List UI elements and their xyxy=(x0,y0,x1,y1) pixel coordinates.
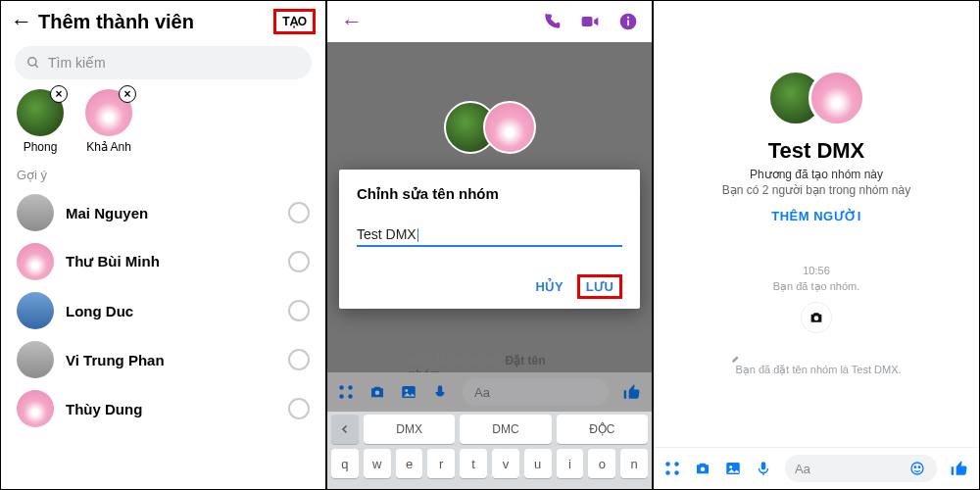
back-icon[interactable]: ← xyxy=(341,9,363,34)
svg-point-27 xyxy=(918,466,919,467)
back-icon[interactable]: ← xyxy=(11,9,32,34)
selected-members: × Phong × Khả Anh xyxy=(1,89,325,164)
emoji-icon[interactable] xyxy=(909,461,925,476)
apps-icon[interactable] xyxy=(337,383,355,401)
panel-rename-dialog: ← Chỉnh sửa tên nhóm Test DMX HỦY LƯU Bạ… xyxy=(326,0,653,490)
search-icon xyxy=(26,56,40,70)
select-radio[interactable] xyxy=(288,349,310,370)
group-avatar-pair[interactable] xyxy=(767,70,865,126)
keyboard-chevron-icon[interactable] xyxy=(331,415,359,444)
save-button[interactable]: LƯU xyxy=(586,279,613,294)
keyboard-key[interactable]: w xyxy=(364,449,391,478)
group-name-input[interactable]: Test DMX xyxy=(357,226,622,247)
avatar xyxy=(17,243,54,280)
keyboard-key[interactable]: i xyxy=(557,449,584,478)
suggestion-row[interactable]: Long Duc xyxy=(1,286,325,335)
camera-icon[interactable] xyxy=(694,460,711,477)
add-people-button[interactable]: THÊM NGƯỜI xyxy=(771,209,861,223)
keyboard[interactable]: DMX DMC ĐỘC q w e r t v u i o n xyxy=(327,412,652,489)
svg-point-26 xyxy=(914,466,915,467)
select-radio[interactable] xyxy=(288,300,310,321)
camera-icon[interactable] xyxy=(368,383,386,401)
svg-rect-2 xyxy=(582,17,593,26)
camera-icon[interactable] xyxy=(802,303,831,332)
image-icon[interactable] xyxy=(400,383,417,401)
message-input[interactable]: Aa xyxy=(785,455,937,482)
mic-icon[interactable] xyxy=(431,383,449,401)
svg-point-0 xyxy=(28,58,36,66)
contact-name: Thư Bùi Minh xyxy=(66,253,288,270)
svg-point-25 xyxy=(911,463,923,474)
keyboard-key[interactable]: v xyxy=(492,449,519,478)
keyboard-key[interactable]: t xyxy=(460,449,487,478)
avatar xyxy=(17,341,54,378)
system-message: Bạn đã đặt tên nhóm là Test DMX. xyxy=(731,354,901,376)
svg-point-13 xyxy=(405,389,408,392)
selected-chip[interactable]: × Phong xyxy=(17,89,64,154)
svg-point-11 xyxy=(375,391,380,396)
info-icon[interactable] xyxy=(618,12,638,31)
keyboard-key[interactable]: q xyxy=(331,449,359,478)
cancel-button[interactable]: HỦY xyxy=(530,275,569,298)
keyboard-key[interactable]: r xyxy=(427,449,455,478)
create-button[interactable]: TẠO xyxy=(273,9,316,34)
svg-point-9 xyxy=(339,394,344,399)
search-input[interactable]: Tìm kiếm xyxy=(15,46,312,79)
panel-group-created: Test DMX Phương đã tạo nhóm này Bạn có 2… xyxy=(653,0,980,490)
system-message: Bạn đã tạo nhóm. xyxy=(773,280,860,293)
svg-point-15 xyxy=(814,316,819,320)
composer: Aa xyxy=(327,372,652,412)
svg-point-19 xyxy=(674,470,679,475)
keyboard-suggestion[interactable]: DMC xyxy=(460,415,551,444)
select-radio[interactable] xyxy=(288,251,310,272)
suggestion-row[interactable]: Vi Trung Phan xyxy=(1,335,325,384)
remove-icon[interactable]: × xyxy=(119,85,136,103)
contact-name: Vi Trung Phan xyxy=(66,352,288,368)
keyboard-suggestion[interactable]: DMX xyxy=(364,415,455,444)
message-input[interactable]: Aa xyxy=(463,378,609,406)
select-radio[interactable] xyxy=(288,202,310,223)
created-by-text: Phương đã tạo nhóm này xyxy=(750,168,883,181)
friends-count-text: Bạn có 2 người bạn trong nhóm này xyxy=(722,183,910,197)
svg-point-5 xyxy=(627,17,629,19)
video-icon[interactable] xyxy=(579,12,601,31)
suggestion-row[interactable]: Thư Bùi Minh xyxy=(1,237,325,286)
avatar: × xyxy=(85,89,132,136)
svg-point-17 xyxy=(674,462,679,466)
contact-name: Thùy Dung xyxy=(66,401,288,417)
like-icon[interactable] xyxy=(950,459,969,478)
keyboard-key[interactable]: o xyxy=(588,449,615,478)
page-title: Thêm thành viên xyxy=(38,11,273,33)
chip-label: Khả Anh xyxy=(86,140,131,154)
svg-point-10 xyxy=(348,394,353,399)
svg-point-22 xyxy=(729,466,732,468)
suggestion-row[interactable]: Thùy Dung xyxy=(1,384,325,433)
group-avatar-pair xyxy=(444,101,536,154)
keyboard-key[interactable]: e xyxy=(396,449,423,478)
keyboard-key[interactable]: n xyxy=(620,449,648,478)
svg-point-8 xyxy=(348,385,353,390)
selected-chip[interactable]: × Khả Anh xyxy=(85,89,132,154)
svg-point-20 xyxy=(701,467,706,472)
remove-icon[interactable]: × xyxy=(50,85,68,103)
keyboard-suggestion[interactable]: ĐỘC xyxy=(557,415,648,444)
avatar: × xyxy=(17,89,64,136)
svg-line-1 xyxy=(35,65,38,68)
avatar xyxy=(17,390,54,427)
keyboard-key[interactable]: u xyxy=(524,449,552,478)
contact-name: Mai Nguyen xyxy=(66,205,288,221)
call-icon[interactable] xyxy=(542,12,562,31)
dialog-title: Chỉnh sửa tên nhóm xyxy=(357,185,622,203)
avatar xyxy=(17,292,54,329)
contact-name: Long Duc xyxy=(66,303,288,319)
mic-icon[interactable] xyxy=(755,460,772,477)
svg-rect-23 xyxy=(761,462,766,469)
like-icon[interactable] xyxy=(622,382,642,402)
suggestions-heading: Gợi ý xyxy=(1,164,325,188)
pencil-icon xyxy=(731,354,901,364)
select-radio[interactable] xyxy=(288,398,310,419)
image-icon[interactable] xyxy=(724,460,742,477)
apps-icon[interactable] xyxy=(663,460,681,477)
chat-header: ← xyxy=(327,1,652,42)
suggestion-row[interactable]: Mai Nguyen xyxy=(1,188,325,237)
